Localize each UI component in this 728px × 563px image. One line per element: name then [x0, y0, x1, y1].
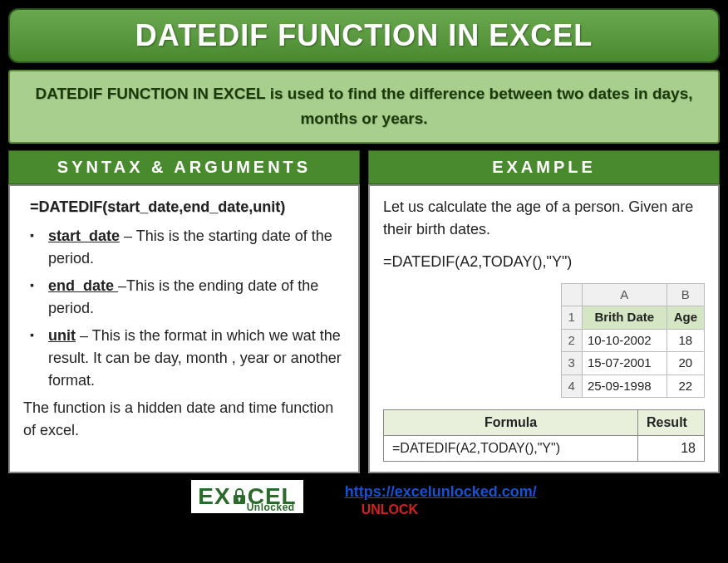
sheet-row-num: 2: [561, 329, 582, 352]
example-intro: Let us calculate the age of a person. Gi…: [383, 196, 705, 241]
sheet-cell: 22: [667, 375, 704, 398]
footer-right: https://excelunlocked.com/ UNLOCK: [345, 480, 537, 517]
argument-item: unit – This is the format in which we wa…: [30, 325, 345, 392]
syntax-formula: =DATEDIF(start_date,end_date,unit): [23, 196, 345, 218]
sheet-header-cell: Age: [667, 306, 704, 330]
lock-icon: [232, 487, 247, 506]
sheet-cell: 15-07-2001: [582, 352, 667, 375]
sheet-row-num: 1: [561, 306, 582, 330]
argument-desc: – This is the format in which we wat the…: [48, 327, 342, 389]
result-header-value: Result: [638, 410, 705, 436]
argument-name: end_date: [48, 277, 118, 294]
description-bar: DATEDIF FUNCTION IN EXCEL is used to fin…: [8, 70, 720, 144]
logo-subtext: Unlocked: [247, 502, 295, 513]
syntax-note: The function is a hidden date and time f…: [23, 397, 345, 442]
sheet-cell: 20: [667, 352, 704, 375]
sheet-cell: 25-09-1998: [582, 375, 667, 398]
argument-item: end_date –This is the ending date of the…: [30, 275, 345, 320]
sheet-row-num: 3: [561, 352, 582, 375]
result-value-cell: 18: [638, 436, 705, 462]
syntax-column: SYNTAX & ARGUMENTS =DATEDIF(start_date,e…: [8, 150, 360, 474]
unlock-label: UNLOCK: [345, 502, 537, 517]
example-spreadsheet: A B 1 Brith Date Age 2 10-10-2002 18 3 1…: [561, 283, 705, 399]
logo-letter-e: E: [198, 483, 214, 510]
logo-letter-x: X: [214, 483, 231, 510]
example-body: Let us calculate the age of a person. Gi…: [368, 184, 720, 474]
logo: E X CEL Unlocked: [191, 480, 303, 513]
syntax-body: =DATEDIF(start_date,end_date,unit) start…: [8, 184, 360, 474]
argument-name: start_date: [48, 228, 120, 244]
title-bar: DATEDIF FUNCTION IN EXCEL: [8, 8, 720, 63]
footer: E X CEL Unlocked https://excelunlocked.c…: [8, 480, 720, 517]
example-column: EXAMPLE Let us calculate the age of a pe…: [368, 150, 720, 474]
sheet-col-a: A: [582, 283, 667, 306]
example-header: EXAMPLE: [368, 150, 720, 184]
sheet-cell: 10-10-2002: [582, 329, 667, 352]
sheet-row-num: 4: [561, 375, 582, 398]
result-header-formula: Formula: [384, 410, 638, 436]
svg-rect-2: [239, 499, 240, 502]
sheet-corner: [561, 283, 582, 306]
description-rest: is used to find the difference between t…: [265, 85, 692, 127]
example-formula: =DATEDIF(A2,TODAY(),"Y"): [383, 251, 705, 273]
description-text: DATEDIF FUNCTION IN EXCEL is used to fin…: [27, 81, 701, 132]
columns: SYNTAX & ARGUMENTS =DATEDIF(start_date,e…: [8, 150, 720, 474]
page-title: DATEDIF FUNCTION IN EXCEL: [27, 18, 701, 53]
sheet-col-b: B: [667, 283, 704, 306]
syntax-header: SYNTAX & ARGUMENTS: [8, 150, 360, 184]
argument-item: start_date – This is the starting date o…: [30, 225, 345, 270]
result-table: Formula Result =DATEDIF(A2,TODAY(),"Y") …: [383, 409, 705, 462]
argument-name: unit: [48, 327, 76, 344]
website-link[interactable]: https://excelunlocked.com/: [345, 483, 537, 501]
result-formula-cell: =DATEDIF(A2,TODAY(),"Y"): [384, 436, 638, 462]
sheet-header-cell: Brith Date: [582, 306, 667, 330]
description-strong: DATEDIF FUNCTION IN EXCEL: [35, 85, 265, 102]
sheet-cell: 18: [667, 329, 704, 352]
argument-list: start_date – This is the starting date o…: [23, 225, 345, 392]
